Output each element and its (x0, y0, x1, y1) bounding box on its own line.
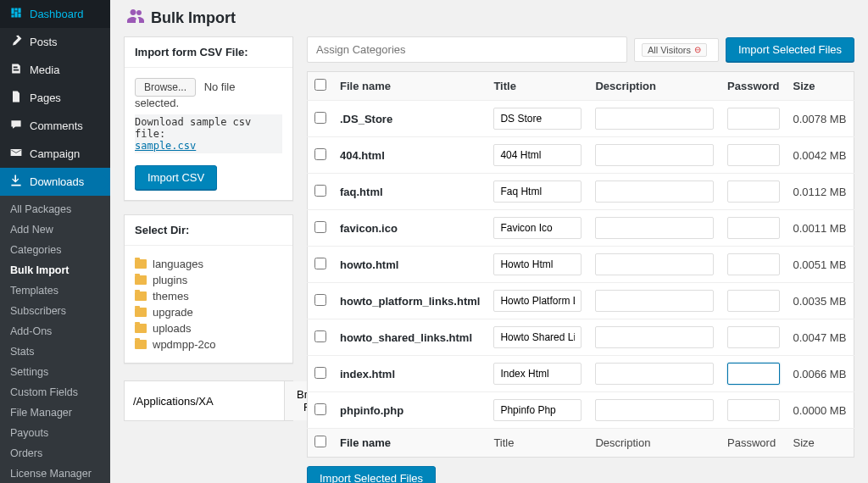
sidebar-sub-settings[interactable]: Settings (0, 362, 110, 382)
row-checkbox[interactable] (314, 185, 326, 197)
password-input[interactable] (727, 108, 779, 130)
title-input[interactable] (493, 363, 581, 385)
sidebar-item-pages[interactable]: Pages (0, 84, 110, 112)
dir-label: wpdmpp-2co (153, 338, 215, 351)
sidebar-sub-templates[interactable]: Templates (0, 280, 110, 301)
import-selected-bottom-button[interactable]: Import Selected Files (307, 466, 436, 483)
title-input[interactable] (493, 108, 581, 130)
password-input[interactable] (727, 290, 779, 312)
password-input[interactable] (727, 326, 779, 348)
row-checkbox[interactable] (314, 258, 326, 269)
file-name-cell: howto_platform_links.html (333, 283, 487, 319)
dir-label: themes (153, 290, 189, 303)
description-input[interactable] (595, 399, 714, 421)
description-input[interactable] (595, 363, 714, 385)
sidebar-item-media[interactable]: Media (0, 56, 110, 84)
th-desc: Description (588, 72, 721, 101)
sidebar-item-downloads[interactable]: Downloads (0, 168, 110, 196)
sidebar-sub-license-manager[interactable]: License Manager (0, 464, 110, 483)
tf-size: Size (787, 429, 854, 458)
description-input[interactable] (595, 217, 714, 239)
csv-box-title: Import form CSV File: (125, 37, 292, 68)
sidebar-sub-orders[interactable]: Orders (0, 443, 110, 464)
dir-item-upgrade[interactable]: upgrade (135, 304, 282, 320)
browse-file-button[interactable]: Browse... (135, 78, 196, 97)
password-input[interactable] (727, 217, 779, 239)
sidebar-sub-bulk-import[interactable]: Bulk Import (0, 260, 110, 280)
title-input[interactable] (493, 253, 581, 275)
sidebar-item-label: Dashboard (30, 8, 84, 20)
row-checkbox[interactable] (314, 112, 326, 124)
users-icon (127, 8, 144, 28)
description-input[interactable] (595, 180, 714, 203)
row-checkbox[interactable] (314, 330, 326, 342)
page-header: Bulk Import (110, 0, 868, 36)
path-input[interactable] (125, 381, 284, 420)
sidebar-sub-file-manager[interactable]: File Manager (0, 402, 110, 423)
assign-categories-input[interactable] (307, 36, 627, 63)
file-name-cell: .DS_Store (333, 101, 487, 137)
description-input[interactable] (595, 253, 714, 275)
dir-item-languages[interactable]: languages (135, 256, 282, 272)
sidebar-item-campaign[interactable]: Campaign (0, 140, 110, 168)
sidebar-item-comments[interactable]: Comments (0, 112, 110, 140)
sidebar-sub-add-ons[interactable]: Add-Ons (0, 321, 110, 341)
media-icon (8, 62, 24, 78)
page-title: Bulk Import (151, 9, 236, 27)
password-input[interactable] (727, 363, 779, 385)
import-csv-button[interactable]: Import CSV (135, 165, 217, 190)
folder-icon (135, 340, 147, 349)
sidebar-item-posts[interactable]: Posts (0, 28, 110, 56)
sidebar-item-dashboard[interactable]: Dashboard (0, 0, 110, 28)
title-input[interactable] (493, 290, 581, 312)
visitors-tag-box[interactable]: All Visitors ⊖ (634, 38, 719, 62)
dir-label: uploads (153, 322, 192, 335)
dir-item-themes[interactable]: themes (135, 288, 282, 304)
import-selected-top-button[interactable]: Import Selected Files (726, 37, 854, 62)
table-row: howto.html0.0051 MB (308, 247, 854, 283)
sidebar-sub-categories[interactable]: Categories (0, 240, 110, 260)
table-row: howto_shared_links.html0.0047 MB (308, 319, 854, 356)
title-input[interactable] (493, 326, 581, 348)
th-pass: Password (721, 72, 786, 101)
sidebar-sub-payouts[interactable]: Payouts (0, 423, 110, 443)
table-row: 404.html0.0042 MB (308, 137, 854, 174)
row-checkbox[interactable] (314, 294, 326, 306)
password-input[interactable] (727, 253, 779, 275)
title-input[interactable] (493, 144, 581, 166)
sidebar-sub-subscribers[interactable]: Subscribers (0, 301, 110, 321)
sample-csv-link[interactable]: sample.csv (135, 140, 196, 152)
sidebar-sub-all-packages[interactable]: All Packages (0, 199, 110, 219)
password-input[interactable] (727, 144, 779, 166)
description-input[interactable] (595, 290, 714, 312)
title-input[interactable] (493, 399, 581, 421)
folder-icon (135, 291, 147, 301)
dir-item-uploads[interactable]: uploads (135, 320, 282, 336)
sidebar-sub-add-new[interactable]: Add New (0, 219, 110, 240)
dir-item-wpdmpp-2co[interactable]: wpdmpp-2co (135, 336, 282, 353)
sidebar-sub-custom-fields[interactable]: Custom Fields (0, 382, 110, 402)
sidebar-item-label: Posts (30, 36, 58, 48)
folder-icon (135, 308, 147, 317)
description-input[interactable] (595, 108, 714, 130)
row-checkbox[interactable] (314, 403, 326, 415)
size-cell: 0.0051 MB (787, 247, 854, 283)
sidebar-item-label: Media (30, 64, 59, 76)
password-input[interactable] (727, 180, 779, 203)
page-icon (8, 90, 24, 106)
remove-tag-icon[interactable]: ⊖ (694, 45, 701, 54)
row-checkbox[interactable] (314, 367, 326, 379)
description-input[interactable] (595, 326, 714, 348)
dir-item-plugins[interactable]: plugins (135, 272, 282, 288)
description-input[interactable] (595, 144, 714, 166)
download-sample-text: Download sample csv file: sample.csv (135, 114, 282, 153)
row-checkbox[interactable] (314, 221, 326, 233)
password-input[interactable] (727, 399, 779, 421)
directory-list: languagespluginsthemesupgradeuploadswpdm… (135, 256, 282, 353)
title-input[interactable] (493, 217, 581, 239)
row-checkbox[interactable] (314, 148, 326, 160)
sidebar-sub-stats[interactable]: Stats (0, 341, 110, 362)
title-input[interactable] (493, 180, 581, 203)
select-all-footer-checkbox[interactable] (314, 436, 326, 447)
select-all-checkbox[interactable] (314, 79, 326, 91)
